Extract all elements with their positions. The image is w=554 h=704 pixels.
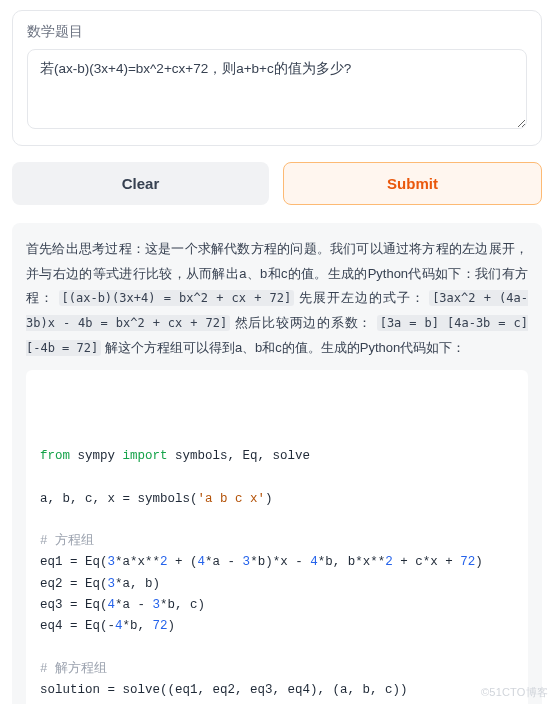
clear-button[interactable]: Clear [12, 162, 269, 205]
inline-code-1: [(ax-b)(3x+4) = bx^2 + cx + 72] [59, 290, 295, 306]
answer-intro: 首先给出思考过程：这是一个求解代数方程的问题。我们可以通过将方程的左边展开，并与… [26, 237, 528, 360]
submit-button[interactable]: Submit [283, 162, 542, 205]
code-lines: from sympy import symbols, Eq, solve a, … [40, 446, 514, 704]
button-row: Clear Submit [12, 162, 542, 205]
question-input[interactable] [27, 49, 527, 129]
answer-text-4: 解这个方程组可以得到a、b和c的值。生成的Python代码如下： [105, 340, 465, 355]
answer-text-3: 然后比较两边的系数： [235, 315, 373, 330]
code-block: from sympy import symbols, Eq, solve a, … [26, 370, 528, 704]
question-label: 数学题目 [27, 23, 527, 41]
answer-card: 首先给出思考过程：这是一个求解代数方程的问题。我们可以通过将方程的左边展开，并与… [12, 223, 542, 704]
copy-icon[interactable] [502, 380, 518, 396]
question-card: 数学题目 [12, 10, 542, 146]
answer-text-2: 先展开左边的式子： [299, 290, 425, 305]
